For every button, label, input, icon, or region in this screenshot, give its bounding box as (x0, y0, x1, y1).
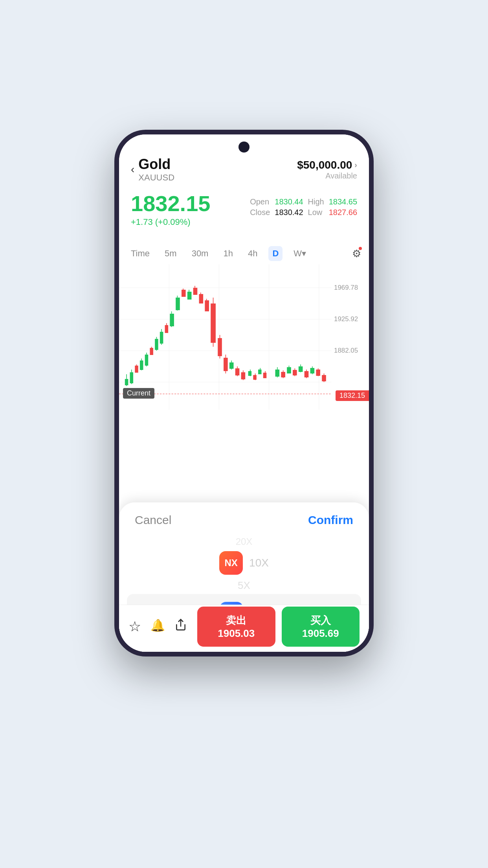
tab-time[interactable]: Time (127, 246, 154, 261)
svg-rect-72 (305, 371, 309, 377)
svg-rect-40 (205, 300, 209, 311)
panel-actions: Cancel Confirm (119, 502, 369, 531)
svg-rect-26 (165, 325, 168, 333)
svg-rect-28 (170, 314, 174, 326)
svg-rect-78 (322, 375, 326, 381)
sell-button[interactable]: 卖出 1905.03 (197, 607, 275, 647)
star-icon[interactable]: ☆ (128, 618, 141, 635)
phone-screen: ‹ Gold XAUUSD $50,000.00 › Available (119, 134, 369, 652)
svg-rect-20 (150, 348, 153, 355)
svg-rect-36 (193, 288, 198, 295)
chart-area: 1969.78 1925.92 1882.05 Current 1832.15 (119, 264, 369, 410)
svg-rect-10 (125, 379, 128, 385)
share-icon[interactable] (174, 618, 187, 635)
svg-rect-66 (287, 367, 291, 373)
tab-d[interactable]: D (268, 246, 283, 261)
svg-rect-12 (130, 372, 133, 383)
phone-mockup: ‹ Gold XAUUSD $50,000.00 › Available (114, 130, 374, 657)
chart-settings-icon[interactable]: ⚙ (352, 248, 361, 260)
svg-rect-56 (253, 375, 256, 380)
svg-rect-60 (263, 373, 266, 378)
time-tabs: Time 5m 30m 1h 4h D W▾ ⚙ (119, 243, 369, 264)
back-button[interactable]: ‹ (131, 163, 134, 176)
sell-label: 卖出 (201, 614, 272, 627)
buy-label: 买入 (286, 614, 356, 627)
svg-rect-68 (293, 370, 297, 375)
svg-rect-22 (155, 339, 158, 350)
svg-rect-54 (248, 371, 251, 376)
candlestick-chart: 1969.78 1925.92 1882.05 (119, 264, 369, 410)
svg-rect-32 (182, 290, 186, 297)
phone-frame: ‹ Gold XAUUSD $50,000.00 › Available (114, 130, 374, 657)
svg-rect-76 (316, 370, 320, 376)
action-icons: ☆ 🔔 (128, 618, 187, 635)
nx-badge: NX (219, 551, 243, 575)
svg-rect-64 (281, 372, 285, 377)
svg-rect-16 (140, 360, 143, 370)
svg-rect-70 (299, 366, 303, 372)
cancel-button[interactable]: Cancel (135, 513, 171, 527)
camera-notch (238, 142, 250, 153)
leverage-item-5x[interactable]: 5X (119, 577, 369, 594)
svg-rect-34 (187, 292, 192, 300)
tab-w[interactable]: W▾ (290, 246, 310, 261)
svg-rect-46 (224, 358, 228, 371)
balance-amount: $50,000.00 › (297, 159, 357, 171)
settings-notification-dot (359, 247, 362, 250)
action-bar: ☆ 🔔 卖出 1905.03 (119, 605, 369, 652)
svg-text:1882.05: 1882.05 (334, 347, 358, 353)
tab-1h[interactable]: 1h (219, 246, 237, 261)
confirm-button[interactable]: Confirm (308, 513, 353, 527)
asset-title-group: Gold XAUUSD (138, 156, 174, 183)
svg-rect-50 (235, 368, 240, 375)
price-change: +1.73 (+0.09%) (131, 217, 357, 227)
leverage-item-10x[interactable]: NX 10X (119, 549, 369, 577)
svg-rect-44 (218, 338, 222, 356)
leverage-item-20x[interactable]: 20X (119, 535, 369, 549)
svg-rect-74 (310, 368, 315, 373)
svg-text:1925.92: 1925.92 (334, 315, 358, 322)
balance-label: Available (297, 171, 357, 180)
svg-rect-30 (176, 298, 180, 310)
svg-rect-52 (241, 372, 246, 379)
svg-rect-58 (258, 370, 261, 374)
sell-price: 1905.03 (201, 627, 272, 640)
buy-button[interactable]: 买入 1905.69 (282, 607, 360, 647)
current-label: Current (123, 388, 154, 399)
svg-rect-38 (199, 294, 204, 303)
asset-name: Gold (138, 156, 174, 173)
ohlc-grid: Open 1830.44 High 1834.65 Close 1830.42 … (250, 197, 357, 217)
svg-rect-14 (135, 366, 138, 373)
balance-group[interactable]: $50,000.00 › Available (297, 159, 357, 180)
tab-30m[interactable]: 30m (188, 246, 213, 261)
asset-code: XAUUSD (138, 173, 174, 183)
current-price-tag: 1832.15 (336, 390, 369, 401)
svg-rect-62 (275, 370, 280, 377)
tab-5m[interactable]: 5m (161, 246, 181, 261)
svg-rect-48 (229, 362, 234, 369)
svg-text:1969.78: 1969.78 (334, 284, 358, 291)
buy-price: 1905.69 (286, 627, 356, 640)
svg-rect-18 (145, 355, 148, 366)
svg-rect-42 (211, 303, 216, 343)
app-content: ‹ Gold XAUUSD $50,000.00 › Available (119, 134, 369, 652)
bell-icon[interactable]: 🔔 (150, 618, 165, 635)
tab-4h[interactable]: 4h (244, 246, 261, 261)
svg-rect-24 (160, 332, 163, 344)
